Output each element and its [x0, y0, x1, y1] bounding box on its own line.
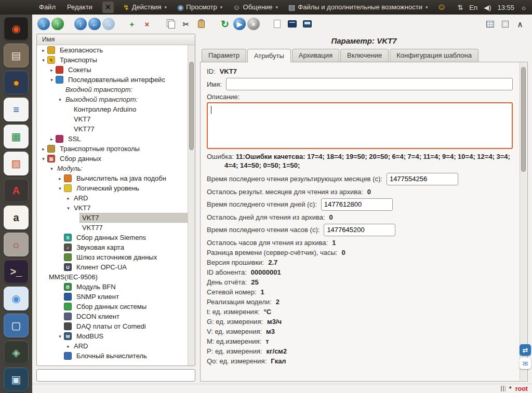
tree-item-data-sources-gateway[interactable]: Шлюз источников данных — [37, 252, 188, 262]
tree-item-mms-iec9506[interactable]: MMS(IEC-9506) — [37, 272, 188, 282]
last-read-months-input[interactable] — [387, 173, 458, 185]
tree-item-java-calculator[interactable]: ▸Вычислитель на java подобн — [37, 173, 188, 183]
keyboard-indicator-icon[interactable]: ⇅ — [457, 4, 463, 11]
tree-item-opc-ua-client[interactable]: UКлиент OPC-UA — [37, 262, 188, 272]
messenger-icon[interactable]: ✉ — [520, 358, 531, 369]
tree-expander-icon[interactable]: ▸ — [65, 344, 72, 349]
collapse-panel-button[interactable]: ∧ — [513, 17, 527, 31]
actions-menu[interactable]: ↯Действия▾ — [119, 0, 171, 15]
amazon-icon[interactable]: a — [4, 206, 29, 229]
new-page-button[interactable] — [270, 17, 284, 31]
firefox-icon[interactable]: ● — [4, 71, 29, 94]
back-button[interactable]: ← — [88, 18, 101, 30]
tree-item-sound-card[interactable]: ♪Звуковая карта — [37, 242, 188, 252]
libreoffice-impress-icon[interactable]: ▨ — [4, 152, 29, 175]
chromium-icon[interactable]: ◉ — [4, 287, 29, 310]
communication-menu[interactable]: ☺Общение▾ — [229, 0, 282, 15]
tree-item-modbus[interactable]: ▾MModBUS — [37, 331, 188, 341]
tree-item-transport-protocols[interactable]: ▸Транспортные протоколы — [37, 144, 188, 154]
up-level-button[interactable]: ↑ — [74, 18, 87, 30]
tree-item-sockets[interactable]: ▸Сокеты — [37, 65, 188, 75]
expand-view-button[interactable] — [498, 17, 512, 31]
stop-button[interactable]: × — [247, 18, 260, 30]
system-settings-icon[interactable]: ☼ — [4, 233, 29, 256]
tree-item-vkt7-controller[interactable]: ▾VKT7 — [37, 203, 188, 213]
session-gear-icon[interactable]: ☼ — [521, 4, 527, 11]
last-read-hours-input[interactable] — [324, 224, 395, 236]
terminal-icon[interactable]: >_ — [4, 260, 29, 283]
forward-button[interactable]: → — [102, 18, 115, 30]
tree-expander-icon[interactable]: ▾ — [65, 206, 72, 211]
tree-scrollbar-thumb[interactable] — [189, 62, 194, 150]
clock[interactable]: 13:55 — [498, 4, 515, 11]
tree-filter-input[interactable] — [36, 369, 195, 382]
tree-item-transports[interactable]: ▾↯Транспорты — [37, 55, 188, 65]
teamviewer-icon[interactable]: ⇄ — [520, 344, 531, 356]
tree-item-ard-logic[interactable]: ▸ARD — [37, 193, 188, 203]
tree-item-input-transport[interactable]: Входной транспорт: — [37, 85, 188, 94]
tree-expander-icon[interactable]: ▾ — [48, 77, 55, 83]
tree-expander-icon[interactable]: ▾ — [57, 186, 63, 191]
remote-desktop-icon[interactable]: ▢ — [4, 314, 29, 337]
delete-item-button[interactable]: × — [140, 17, 154, 31]
tree-header[interactable]: Имя — [37, 34, 195, 45]
files-menu[interactable]: ▤Файлы и дополнительные возможности▾ — [284, 0, 432, 15]
tree-expander-icon[interactable]: ▾ — [48, 166, 55, 171]
tree-expander-icon[interactable]: ▾ — [57, 334, 63, 339]
file-manager-icon[interactable]: ▤ — [4, 44, 29, 67]
paste-item-button[interactable] — [194, 17, 208, 31]
content-scrollbar-thumb[interactable] — [521, 67, 526, 172]
tree-expander-icon[interactable]: ▸ — [40, 146, 47, 152]
description-input[interactable] — [207, 102, 513, 149]
tree-item-vkt7-param[interactable]: VKT7 — [37, 213, 188, 223]
add-item-button[interactable]: + — [125, 17, 139, 31]
tree-item-vkt7-out[interactable]: VKT7 — [37, 114, 188, 124]
tree-item-snmp-client[interactable]: SNMP клиент — [37, 292, 188, 302]
refresh-button[interactable]: ↻ — [218, 17, 232, 31]
tree-item-ssl[interactable]: ▸SSL — [37, 134, 188, 144]
tree-item-vkt77-out[interactable]: VKT77 — [37, 124, 188, 134]
tree-item-system-da[interactable]: Сбор данных системы — [37, 302, 188, 311]
language-indicator[interactable]: En — [469, 4, 477, 11]
tree-item-block-calculator[interactable]: Блочный вычислитель — [37, 351, 188, 361]
tree-expander-icon[interactable]: ▸ — [40, 48, 47, 53]
ubuntu-dash-icon[interactable]: ◉ — [4, 17, 29, 40]
tree-expander-icon[interactable]: ▾ — [57, 97, 63, 102]
tree-item-logic-level[interactable]: ▾Логический уровень — [37, 183, 188, 193]
tree-expander-icon[interactable]: ▾ — [40, 58, 47, 63]
tree-item-bfn-module[interactable]: BМодуль BFN — [37, 282, 188, 292]
tree-expander-icon[interactable]: ▸ — [65, 196, 72, 201]
console-blue-button[interactable] — [300, 17, 314, 31]
tree-item-module-group[interactable]: ▾Модуль: — [37, 164, 188, 173]
console-dark-button[interactable] — [285, 17, 299, 31]
tree-item-daq-comedi[interactable]: DAQ платы от Comedi — [37, 321, 188, 331]
tree-item-output-transport[interactable]: ▾Выходной транспорт: — [37, 94, 188, 104]
tree-item-serial-interface[interactable]: ▾Последовательный интерфейс — [37, 75, 188, 85]
smiley-icon[interactable]: ☺ — [437, 0, 446, 15]
volume-icon[interactable]: ◀) — [484, 4, 491, 11]
tree-expander-icon[interactable]: ▸ — [57, 176, 63, 181]
tab-enable[interactable]: Включение — [340, 49, 389, 62]
tab-parameter[interactable]: Параметр — [202, 49, 246, 62]
tab-attributes[interactable]: Атрибуты — [247, 49, 291, 62]
tree-item-siemens-da[interactable]: SСбор данных Siemens — [37, 233, 188, 242]
save-to-db-button[interactable]: ↑ — [51, 18, 64, 30]
tree-expander-icon[interactable]: ▾ — [40, 156, 47, 161]
tree-item-data-acquisition[interactable]: ▾▦Сбор данных — [37, 154, 188, 164]
red-a-app-icon[interactable]: A — [4, 179, 29, 202]
libreoffice-calc-icon[interactable]: ▦ — [4, 125, 29, 148]
tab-archiving[interactable]: Архивация — [292, 49, 339, 62]
table-view-button[interactable] — [483, 17, 497, 31]
libreoffice-writer-icon[interactable]: ≡ — [4, 98, 29, 121]
name-input[interactable] — [226, 78, 513, 90]
menu-file[interactable]: Файл — [34, 0, 60, 15]
tree-expander-icon[interactable]: ▸ — [48, 67, 55, 73]
window-close-icon[interactable]: × — [102, 2, 114, 13]
tree-expander-icon[interactable]: ▸ — [48, 137, 55, 142]
extra-app-icon[interactable]: ▣ — [4, 368, 29, 391]
tree-item-dcon-client[interactable]: DCON клиент — [37, 311, 188, 321]
last-read-days-input[interactable] — [321, 198, 393, 211]
copy-item-button[interactable] — [164, 17, 178, 31]
resize-grip-icon[interactable] — [501, 386, 506, 391]
tree-item-controller-arduino[interactable]: Контроллер Arduino — [37, 104, 188, 114]
